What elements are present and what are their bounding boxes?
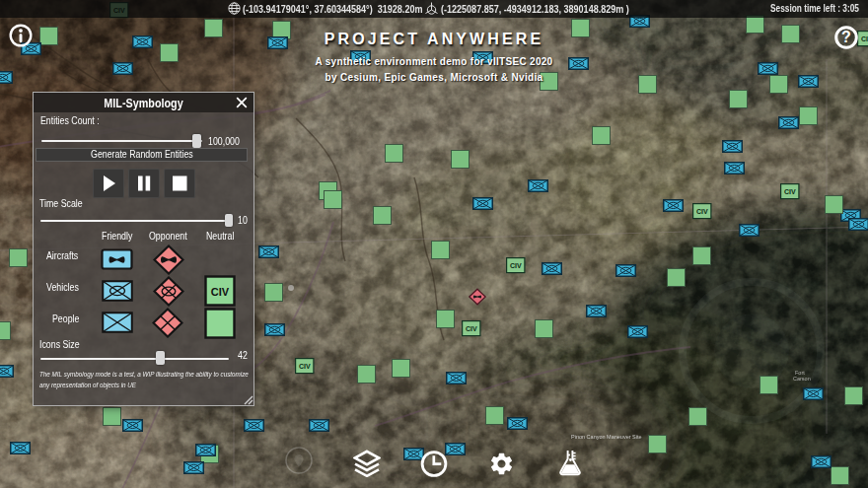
svg-text:?: ? bbox=[841, 29, 851, 45]
svg-text:CIV: CIV bbox=[211, 286, 230, 298]
